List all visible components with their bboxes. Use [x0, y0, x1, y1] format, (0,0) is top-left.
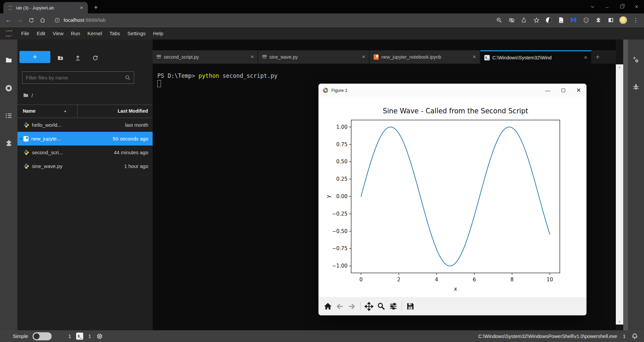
refresh-icon[interactable] [92, 55, 99, 61]
scroll-down-arrow-icon[interactable]: ▼ [616, 320, 623, 324]
menu-kernel[interactable]: Kernel [84, 27, 106, 40]
home-icon[interactable] [37, 14, 48, 26]
terminal-context-path[interactable]: C:\Windows\System32\WindowsPowerShell\v1… [478, 334, 617, 339]
mpl-forward-icon[interactable] [347, 301, 357, 311]
status-bar: Simple 1 $_ 1 C:\Windows\System32\Window… [0, 330, 644, 342]
menu-edit[interactable]: Edit [33, 27, 49, 40]
doc-tab-1[interactable]: second_script.py× [153, 50, 258, 64]
new-launcher-button[interactable]: + [19, 51, 50, 63]
tab-search-chevron-icon[interactable] [585, 0, 600, 13]
file-list: hello_world...last month●new_jupyte...50… [17, 118, 153, 173]
doc-tab-3[interactable]: new_jupyter_notebook.ipynb× [370, 50, 480, 64]
svg-text:0: 0 [359, 277, 363, 283]
kernel-count: 1 [88, 333, 91, 339]
close-tab-icon[interactable]: × [250, 54, 255, 60]
site-info-icon[interactable] [54, 17, 60, 23]
menu-view[interactable]: View [49, 27, 67, 40]
extension-malwarebytes-icon[interactable]: M [569, 15, 579, 25]
new-browser-tab-button[interactable]: + [91, 3, 101, 12]
extension-shield-icon[interactable] [581, 15, 591, 25]
figure-titlebar[interactable]: Figure 1 — ✕ [319, 84, 586, 97]
profile-avatar[interactable] [618, 15, 628, 25]
terminal-scrollbar[interactable]: ▲ ▼ [616, 64, 623, 325]
extension-document-icon[interactable] [556, 15, 566, 25]
column-name[interactable]: Name [23, 108, 36, 114]
svg-text:0.75: 0.75 [336, 141, 347, 148]
filter-files-input[interactable] [26, 75, 125, 80]
breadcrumb-root[interactable]: / [32, 93, 33, 98]
address-bar[interactable]: localhost :8888/lab [54, 17, 494, 23]
figure-close-button[interactable]: ✕ [571, 84, 586, 97]
matplotlib-icon [323, 88, 328, 93]
extensions-puzzle-icon[interactable] [593, 15, 603, 25]
browser-tab-close-icon[interactable]: × [78, 5, 85, 11]
file-browser-icon[interactable] [4, 56, 13, 64]
close-tab-icon[interactable]: × [583, 54, 588, 61]
close-tab-icon[interactable]: × [472, 54, 477, 60]
scroll-up-arrow-icon[interactable]: ▲ [616, 65, 623, 69]
new-folder-icon[interactable] [57, 55, 64, 61]
panel-resize-gutter[interactable] [623, 40, 628, 330]
file-last-modified: 44 minutes ago [114, 150, 148, 155]
mpl-home-icon[interactable] [323, 301, 333, 311]
file-row-new_jupyte[interactable]: ●new_jupyte...50 seconds ago [17, 132, 153, 146]
menu-items: FileEditViewRunKernelTabsSettingsHelp [17, 27, 167, 40]
figure-maximize-button[interactable] [555, 84, 571, 97]
eye-off-icon[interactable] [506, 15, 517, 25]
browser-menu-kebab-icon[interactable]: ⋮ [631, 15, 641, 25]
upload-icon[interactable] [74, 55, 81, 61]
mpl-save-icon[interactable] [405, 301, 415, 311]
terminal-status-icon[interactable]: $_ [76, 333, 83, 340]
mpl-subplots-sliders-icon[interactable] [388, 301, 398, 311]
window-minimize-button[interactable]: – [600, 0, 614, 13]
menu-settings[interactable]: Settings [124, 27, 149, 40]
column-last-modified[interactable]: Last Modified [118, 108, 148, 114]
file-name: hello_world... [32, 122, 125, 128]
python-file-icon [23, 163, 29, 169]
menu-file[interactable]: File [17, 27, 33, 40]
extension-manager-icon[interactable] [4, 139, 13, 148]
add-tab-button[interactable]: + [592, 50, 604, 64]
table-of-contents-icon[interactable] [4, 111, 13, 120]
bookmark-star-icon[interactable] [531, 15, 541, 25]
file-row-sine_wavepy[interactable]: sine_wave.py1 hour ago [17, 159, 153, 173]
window-close-button[interactable]: × [629, 0, 644, 13]
window-restore-button[interactable] [614, 0, 629, 13]
simple-mode-toggle[interactable] [33, 332, 52, 340]
property-inspector-gears-icon[interactable] [632, 56, 640, 64]
svg-text:2: 2 [397, 277, 400, 283]
side-panel-icon[interactable] [606, 15, 616, 25]
file-name: second_scri... [32, 150, 114, 155]
mpl-pan-icon[interactable] [364, 301, 374, 311]
notification-bell-icon[interactable] [631, 333, 638, 340]
simple-mode-label: Simple [13, 333, 28, 339]
breadcrumb[interactable]: / [23, 91, 33, 100]
file-row-second_scri[interactable]: second_scri...44 minutes ago [17, 146, 153, 159]
terminal-count: 1 [68, 333, 71, 339]
menu-tabs[interactable]: Tabs [106, 27, 124, 40]
menu-help[interactable]: Help [149, 27, 167, 40]
forward-icon[interactable]: → [14, 14, 25, 26]
share-icon[interactable] [519, 15, 529, 25]
filter-files-box[interactable] [22, 71, 134, 84]
doc-tab-4[interactable]: $_C:\Windows\System32\Wind× [480, 50, 592, 64]
file-row-hello_world[interactable]: hello_world...last month [17, 118, 153, 132]
file-browser-panel: + / Name ▲ Last Modified hello_world...l… [17, 40, 153, 330]
zoom-page-icon[interactable] [494, 15, 504, 25]
mpl-zoom-icon[interactable] [376, 301, 386, 311]
url-host: localhost [64, 17, 84, 23]
kernel-chip-icon[interactable] [96, 333, 103, 340]
close-tab-icon[interactable]: × [361, 54, 366, 60]
doc-tab-2[interactable]: sine_wave.py× [258, 50, 370, 64]
debugger-bug-icon[interactable] [632, 82, 640, 91]
running-kernels-icon[interactable] [4, 84, 13, 93]
doc-tab-label: second_script.py [164, 54, 247, 60]
back-icon[interactable]: ← [3, 14, 14, 26]
figure-minimize-button[interactable]: — [540, 84, 555, 97]
mpl-back-icon[interactable] [335, 301, 345, 311]
figure-window[interactable]: Figure 1 — ✕ Sine Wave - Called from the… [318, 83, 587, 316]
menu-run[interactable]: Run [67, 27, 84, 40]
browser-tab[interactable]: lab (3) - JupyterLab × [3, 2, 88, 13]
reload-icon[interactable] [25, 14, 37, 26]
extension-contrast-icon[interactable] [544, 15, 554, 25]
